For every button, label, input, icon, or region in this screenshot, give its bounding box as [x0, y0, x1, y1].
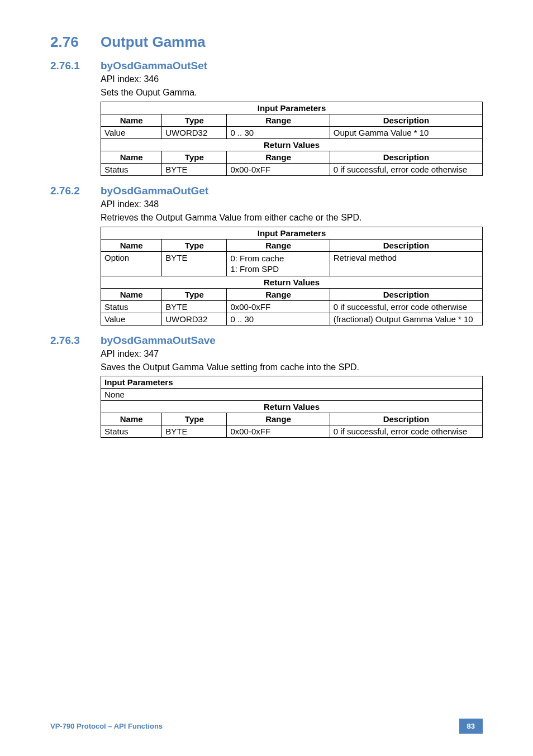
api-index-line: API index: 348: [101, 198, 483, 210]
cell-description: Ouput Gamma Value * 10: [330, 126, 482, 138]
subsection-body: API index: 346 Sets the Ouput Gamma. Inp…: [101, 73, 483, 176]
footer-text: VP-790 Protocol – API Functions: [50, 722, 163, 730]
col-name-header: Name: [101, 413, 162, 425]
page-content: 2.76Output Gamma 2.76.1byOsdGammaOutSet …: [0, 0, 533, 438]
cell-type: UWORD32: [162, 313, 227, 325]
cell-name: Value: [101, 313, 162, 325]
cell-type: UWORD32: [162, 126, 227, 138]
description-line: Saves the Output Gamma Value setting fro…: [101, 361, 483, 374]
table-header-row: Name Type Range Description: [101, 239, 483, 251]
input-parameters-header: Input Parameters: [101, 102, 483, 114]
input-parameters-header: Input Parameters: [101, 227, 483, 239]
table-section-row: Input Parameters: [101, 376, 483, 389]
col-description-header: Description: [330, 239, 482, 251]
return-values-header: Return Values: [101, 138, 483, 151]
cell-name: Status: [101, 163, 162, 175]
parameter-table: Input Parameters Name Type Range Descrip…: [101, 102, 483, 176]
input-parameters-header: Input Parameters: [101, 376, 483, 389]
cell-range: 0x00-0xFF: [227, 300, 330, 313]
col-name-header: Name: [101, 114, 162, 126]
cell-description: Retrieval method: [330, 251, 482, 276]
col-type-header: Type: [162, 288, 227, 300]
col-type-header: Type: [162, 151, 227, 163]
cell-range: 0x00-0xFF: [227, 425, 330, 438]
parameter-table: Input Parameters None Return Values Name…: [101, 376, 483, 438]
table-header-row: Name Type Range Description: [101, 288, 483, 300]
cell-description: 0 if successful, error code otherwise: [330, 300, 482, 313]
cell-range: 0x00-0xFF: [227, 163, 330, 175]
col-description-header: Description: [330, 151, 482, 163]
subsection-number: 2.76.3: [50, 334, 101, 347]
table-row: Status BYTE 0x00-0xFF 0 if successful, e…: [101, 300, 483, 313]
subsection-heading: 2.76.3byOsdGammaOutSave: [50, 334, 483, 347]
col-type-header: Type: [162, 239, 227, 251]
subsection-title: byOsdGammaOutSet: [101, 60, 207, 71]
cell-description: 0 if successful, error code otherwise: [330, 425, 482, 438]
col-range-header: Range: [227, 288, 330, 300]
col-name-header: Name: [101, 151, 162, 163]
col-range-header: Range: [227, 114, 330, 126]
cell-name: Status: [101, 300, 162, 313]
table-row: Value UWORD32 0 .. 30 (fractional) Outpu…: [101, 313, 483, 325]
table-section-row: Input Parameters: [101, 227, 483, 239]
cell-range: 0: From cache 1: From SPD: [227, 251, 330, 276]
subsection-heading: 2.76.1byOsdGammaOutSet: [50, 60, 483, 72]
table-row: Value UWORD32 0 .. 30 Ouput Gamma Value …: [101, 126, 483, 138]
subsection-heading: 2.76.2byOsdGammaOutGet: [50, 185, 483, 197]
cell-description: 0 if successful, error code otherwise: [330, 163, 482, 175]
col-description-header: Description: [330, 288, 482, 300]
api-index-line: API index: 346: [101, 73, 483, 85]
cell-type: BYTE: [162, 163, 227, 175]
section-heading: 2.76Output Gamma: [50, 34, 483, 51]
subsection-number: 2.76.2: [50, 185, 101, 197]
cell-range: 0 .. 30: [227, 313, 330, 325]
col-name-header: Name: [101, 239, 162, 251]
col-type-header: Type: [162, 114, 227, 126]
subsection-body: API index: 348 Retrieves the Output Gamm…: [101, 198, 483, 326]
cell-type: BYTE: [162, 425, 227, 438]
subsection-number: 2.76.1: [50, 60, 101, 72]
page-footer: VP-790 Protocol – API Functions 83: [50, 719, 483, 734]
table-row: None: [101, 389, 483, 401]
col-range-header: Range: [227, 151, 330, 163]
subsection-body: API index: 347 Saves the Output Gamma Va…: [101, 348, 483, 438]
col-description-header: Description: [330, 114, 482, 126]
col-range-header: Range: [227, 413, 330, 425]
section-number: 2.76: [50, 34, 101, 51]
parameter-table: Input Parameters Name Type Range Descrip…: [101, 227, 483, 326]
page-number: 83: [459, 719, 483, 734]
subsection-title: byOsdGammaOutGet: [101, 185, 208, 197]
description-line: Retrieves the Output Gamma Value from ei…: [101, 212, 483, 224]
cell-name: Option: [101, 251, 162, 276]
col-name-header: Name: [101, 288, 162, 300]
table-section-row: Return Values: [101, 138, 483, 151]
cell-name: Status: [101, 425, 162, 438]
description-line: Sets the Ouput Gamma.: [101, 87, 483, 99]
subsection-title: byOsdGammaOutSave: [101, 334, 216, 346]
table-header-row: Name Type Range Description: [101, 151, 483, 163]
cell-none: None: [101, 389, 483, 401]
table-row: Status BYTE 0x00-0xFF 0 if successful, e…: [101, 163, 483, 175]
section-title: Output Gamma: [101, 34, 206, 50]
table-header-row: Name Type Range Description: [101, 413, 483, 425]
range-line: 0: From cache: [230, 253, 284, 263]
return-values-header: Return Values: [101, 401, 483, 413]
cell-name: Value: [101, 126, 162, 138]
cell-type: BYTE: [162, 300, 227, 313]
table-row: Status BYTE 0x00-0xFF 0 if successful, e…: [101, 425, 483, 438]
table-section-row: Return Values: [101, 401, 483, 413]
table-section-row: Return Values: [101, 276, 483, 288]
table-section-row: Input Parameters: [101, 102, 483, 114]
range-line: 1: From SPD: [230, 264, 279, 274]
table-row: Option BYTE 0: From cache 1: From SPD Re…: [101, 251, 483, 276]
cell-description: (fractional) Output Gamma Value * 10: [330, 313, 482, 325]
col-type-header: Type: [162, 413, 227, 425]
cell-range: 0 .. 30: [227, 126, 330, 138]
api-index-line: API index: 347: [101, 348, 483, 360]
col-description-header: Description: [330, 413, 482, 425]
col-range-header: Range: [227, 239, 330, 251]
cell-type: BYTE: [162, 251, 227, 276]
return-values-header: Return Values: [101, 276, 483, 288]
table-header-row: Name Type Range Description: [101, 114, 483, 126]
